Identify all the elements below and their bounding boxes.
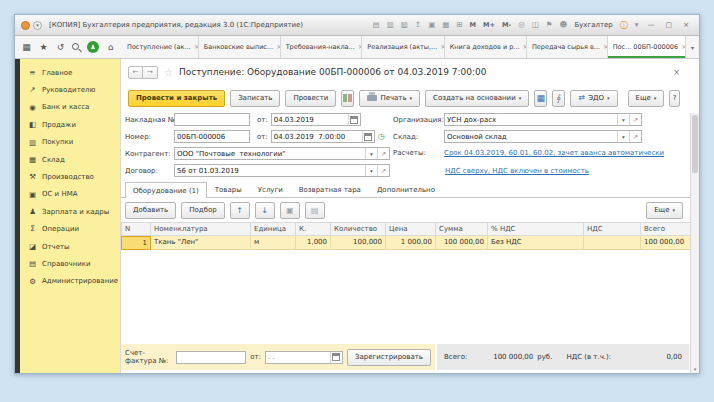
col-header-price[interactable]: Цена bbox=[386, 222, 436, 236]
col-header-vat[interactable]: НДС bbox=[584, 222, 641, 236]
sidebar-item-reports[interactable]: ◪Отчеты bbox=[20, 238, 120, 255]
col-header-n[interactable]: N bbox=[121, 222, 151, 236]
list-more-button[interactable]: Еще▾ bbox=[646, 202, 683, 219]
tab-equipment[interactable]: Оборудование (1) bbox=[125, 182, 207, 198]
cell-vat[interactable] bbox=[584, 236, 641, 250]
calendar-icon[interactable] bbox=[348, 114, 360, 125]
sidebar-item-fixed-assets[interactable]: ▣ОС и НМА bbox=[20, 186, 120, 203]
calculator-icon[interactable]: ⊞ bbox=[454, 21, 464, 29]
dropdown-caret-icon[interactable]: ▾ bbox=[617, 114, 629, 125]
sidebar-item-bank-cash[interactable]: ◉Банк и касса bbox=[20, 99, 120, 116]
minimize-button[interactable]: — bbox=[644, 21, 659, 29]
help-button[interactable]: ? bbox=[669, 90, 680, 107]
tab-overflow-caret[interactable]: ▾ bbox=[686, 36, 699, 58]
sidebar-item-operations[interactable]: ΣОперации bbox=[20, 221, 120, 238]
sidebar-item-directories[interactable]: ▤Справочники bbox=[20, 255, 120, 272]
memory-m-minus-button[interactable]: M- bbox=[500, 21, 513, 29]
cell-nomenclature[interactable]: Ткань "Лен" bbox=[151, 236, 251, 250]
delete-row-button[interactable]: ▤ bbox=[305, 202, 325, 219]
app-tab-2[interactable]: Банковские выпис... × bbox=[199, 36, 281, 58]
add-row-button[interactable]: Добавить bbox=[125, 202, 176, 219]
favorite-star-icon[interactable]: ☆ bbox=[164, 67, 173, 78]
cell-vat-rate[interactable]: Без НДС bbox=[488, 236, 584, 250]
flag-icon[interactable]: ⚑ bbox=[544, 21, 555, 29]
tab-returnable-packaging[interactable]: Возвратная тара bbox=[291, 181, 369, 197]
main-menu-icon[interactable]: ▦ bbox=[19, 43, 34, 52]
tab-additional[interactable]: Дополнительно bbox=[369, 181, 443, 197]
close-document-icon[interactable]: × bbox=[673, 68, 680, 77]
sidebar-item-warehouse[interactable]: ▦Склад bbox=[20, 151, 120, 168]
col-header-nomenclature[interactable]: Номенклатура bbox=[151, 222, 251, 236]
register-invoice-button[interactable]: Зарегистрировать bbox=[347, 349, 431, 366]
organization-input[interactable] bbox=[445, 114, 617, 125]
sidebar-item-purchases[interactable]: ▥Покупки bbox=[20, 134, 120, 151]
search-icon[interactable] bbox=[70, 41, 83, 54]
sidebar-item-manager[interactable]: ↗Руководителю bbox=[20, 81, 120, 98]
scrollbar-down-icon[interactable]: ▾ bbox=[691, 366, 699, 372]
col-header-quantity[interactable]: Количество bbox=[331, 222, 386, 236]
memory-m-plus-button[interactable]: M+ bbox=[481, 21, 497, 29]
open-link-icon[interactable]: ↗ bbox=[629, 131, 641, 142]
app-tab-3[interactable]: Требования-накла... × bbox=[281, 36, 363, 58]
col-header-k[interactable]: К. bbox=[296, 222, 331, 236]
invoice-date-input[interactable] bbox=[266, 352, 330, 363]
sidebar-item-production[interactable]: ⚒Производство bbox=[20, 168, 120, 185]
dropdown-caret-icon[interactable]: ▾ bbox=[617, 131, 629, 142]
history-icon[interactable]: ↺ bbox=[53, 43, 68, 52]
invoice-no-input[interactable] bbox=[174, 113, 250, 126]
invoice-date-input[interactable] bbox=[272, 114, 348, 125]
counterparty-input[interactable] bbox=[175, 148, 365, 159]
invoice-date-field[interactable] bbox=[271, 113, 361, 126]
scrollbar-thumb[interactable] bbox=[692, 115, 698, 173]
app-tab-active[interactable]: Пос... 00БП-000006 × bbox=[608, 36, 686, 58]
save-icon[interactable]: ▤ bbox=[371, 21, 382, 29]
print-icon[interactable]: ▥ bbox=[385, 21, 396, 29]
sidebar-item-salary-hr[interactable]: ♟Зарплата и кадры bbox=[20, 203, 120, 220]
more-button[interactable]: Еще▾ bbox=[628, 90, 665, 107]
counterparty-field[interactable]: ▾↗ bbox=[174, 147, 390, 160]
refresh-icon[interactable]: ↥ bbox=[413, 21, 423, 29]
back-button[interactable]: ← bbox=[128, 66, 143, 79]
app-tab-6[interactable]: Передача сырья в... × bbox=[527, 36, 608, 58]
sidebar-item-main[interactable]: ≡Главное bbox=[20, 64, 120, 81]
app-tab-4[interactable]: Реализация (акты,... × bbox=[362, 36, 444, 58]
col-header-vat-rate[interactable]: % НДС bbox=[488, 222, 584, 236]
invoice-number-input[interactable] bbox=[176, 351, 246, 364]
dropdown-caret-icon[interactable]: ▾ bbox=[365, 148, 377, 159]
maximize-button[interactable]: ▢ bbox=[662, 21, 677, 29]
app-tab-1[interactable]: Поступление (ак... × bbox=[122, 36, 199, 58]
contract-field[interactable]: ▾↗ bbox=[174, 164, 390, 177]
number-date-input[interactable] bbox=[272, 131, 362, 142]
col-header-unit[interactable]: Единица bbox=[251, 222, 296, 236]
memory-m-button[interactable]: M bbox=[468, 21, 478, 29]
tab-services[interactable]: Услуги bbox=[250, 181, 291, 197]
organization-field[interactable]: ▾↗ bbox=[444, 113, 642, 126]
cell-unit[interactable]: м bbox=[251, 236, 296, 250]
copy-icon[interactable]: ▣ bbox=[426, 21, 437, 29]
attachments-button[interactable]: ∮ bbox=[552, 90, 565, 107]
app-menu-caret[interactable]: ▾ bbox=[33, 21, 42, 30]
user-name[interactable]: Бухгалтер bbox=[572, 21, 614, 29]
print-preview-icon[interactable]: ▧ bbox=[399, 21, 410, 29]
write-button[interactable]: Записать bbox=[230, 90, 280, 107]
app-tab-5[interactable]: Книга доходов и р... × bbox=[445, 36, 527, 58]
cell-price[interactable]: 1 000,00 bbox=[386, 236, 436, 250]
move-up-button[interactable]: ↑ bbox=[230, 202, 250, 219]
calendar-icon[interactable] bbox=[362, 131, 374, 142]
number-date-field[interactable] bbox=[271, 130, 375, 143]
cell-k[interactable]: 1,000 bbox=[296, 236, 331, 250]
open-link-icon[interactable]: ↗ bbox=[377, 148, 389, 159]
open-link-icon[interactable]: ↗ bbox=[377, 165, 389, 176]
pick-button[interactable]: Подбор bbox=[181, 202, 224, 219]
number-input[interactable] bbox=[174, 130, 250, 143]
create-on-base-button[interactable]: Создать на основании▾ bbox=[425, 90, 529, 107]
set-time-icon[interactable]: ◷ bbox=[378, 132, 385, 141]
open-link-icon[interactable]: ↗ bbox=[629, 114, 641, 125]
sidebar-item-sales[interactable]: ◧Продажи bbox=[20, 116, 120, 133]
print-menu-button[interactable]: Печать▾ bbox=[359, 90, 420, 107]
dropdown-caret-icon[interactable]: ▾ bbox=[365, 165, 377, 176]
zoom-icon[interactable]: ◎ bbox=[516, 21, 527, 29]
cell-n[interactable]: 1 bbox=[121, 236, 151, 250]
discussions-icon[interactable] bbox=[87, 41, 99, 53]
edo-menu-button[interactable]: ⇄ЭДО▾ bbox=[570, 90, 617, 107]
